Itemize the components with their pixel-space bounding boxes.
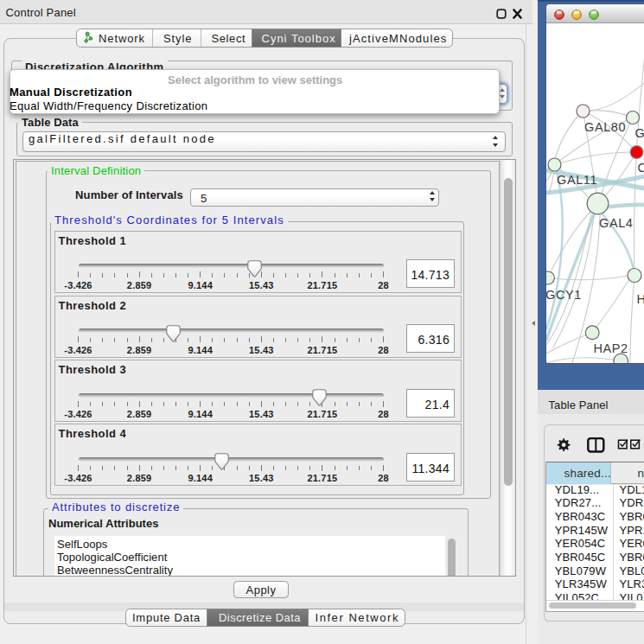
svg-text:H: H xyxy=(636,292,644,306)
svg-text:GA: GA xyxy=(634,126,644,140)
svg-text:GAL4: GAL4 xyxy=(599,216,633,230)
svg-text:C: C xyxy=(637,161,644,175)
svg-text:HAP2: HAP2 xyxy=(593,341,628,355)
svg-text:GAL11: GAL11 xyxy=(557,173,597,187)
svg-text:GAL80: GAL80 xyxy=(584,120,626,134)
svg-text:GCY1: GCY1 xyxy=(546,288,582,302)
